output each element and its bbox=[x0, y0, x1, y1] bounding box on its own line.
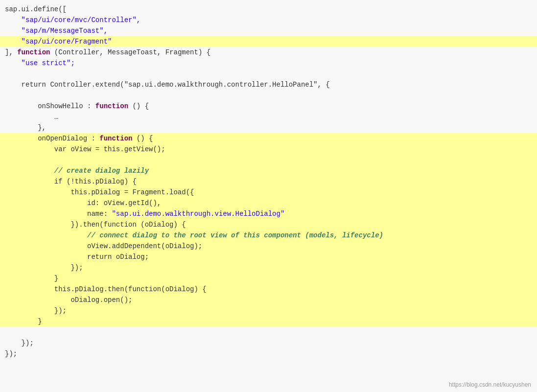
code-token: }); bbox=[5, 307, 67, 315]
code-token: return Controller.extend("sap.ui.demo.wa… bbox=[5, 81, 330, 89]
code-line: oView.addDependent(oDialog); bbox=[0, 241, 537, 252]
code-token: "sap/ui/core/mvc/Controller", bbox=[5, 16, 140, 24]
code-token: if (!this.pDialog) { bbox=[5, 178, 137, 185]
code-line: "sap/m/MessageToast", bbox=[0, 25, 537, 36]
code-lines: sap.ui.define([ "sap/ui/core/mvc/Control… bbox=[0, 4, 537, 359]
code-token: this.pDialog.then(function(oDialog) { bbox=[5, 285, 207, 293]
code-token: (Controller, MessageToast, Fragment) { bbox=[50, 48, 210, 56]
code-token: id: oView.getId(), bbox=[5, 199, 161, 207]
code-line bbox=[0, 327, 537, 338]
code-token: }).then(function (oDialog) { bbox=[5, 221, 186, 229]
code-token: name: bbox=[5, 210, 112, 218]
code-token: function bbox=[99, 135, 132, 142]
code-token: sap.ui.define([ bbox=[5, 5, 67, 13]
code-token: "sap/ui/core/Fragment" bbox=[5, 38, 112, 46]
code-line: this.pDialog.then(function(oDialog) { bbox=[0, 284, 537, 295]
code-line: return Controller.extend("sap.ui.demo.wa… bbox=[0, 79, 537, 90]
code-token: () { bbox=[132, 135, 153, 142]
code-token: }); bbox=[5, 264, 83, 272]
code-token: ], bbox=[5, 48, 17, 56]
code-token bbox=[5, 167, 54, 175]
code-line: }); bbox=[0, 338, 537, 348]
code-token: } bbox=[5, 318, 42, 325]
code-line: if (!this.pDialog) { bbox=[0, 176, 537, 187]
code-token: var oView = this.getView(); bbox=[5, 145, 165, 153]
watermark: https://blog.csdn.net/kucyushen bbox=[449, 381, 531, 388]
code-container: sap.ui.define([ "sap/ui/core/mvc/Control… bbox=[0, 0, 537, 392]
code-token: "sap.ui.demo.walkthrough.view.HelloDialo… bbox=[112, 210, 284, 218]
code-line: // create dialog lazily bbox=[0, 165, 537, 176]
code-line bbox=[0, 90, 537, 101]
code-token: }, bbox=[5, 124, 46, 132]
code-line: sap.ui.define([ bbox=[0, 4, 537, 15]
code-line: ], function (Controller, MessageToast, F… bbox=[0, 47, 537, 58]
code-line: return oDialog; bbox=[0, 252, 537, 262]
code-line: onOpenDialog : function () { bbox=[0, 133, 537, 144]
code-line: }).then(function (oDialog) { bbox=[0, 219, 537, 230]
code-line bbox=[0, 69, 537, 79]
code-token: function bbox=[95, 102, 128, 110]
code-line: this.pDialog = Fragment.load({ bbox=[0, 187, 537, 198]
code-token bbox=[5, 231, 87, 239]
code-line: } bbox=[0, 316, 537, 327]
code-line: } bbox=[0, 273, 537, 284]
code-line: id: oView.getId(), bbox=[0, 198, 537, 208]
code-line: "sap/ui/core/mvc/Controller", bbox=[0, 15, 537, 25]
code-token: this.pDialog = Fragment.load({ bbox=[5, 188, 194, 196]
code-line: onShowHello : function () { bbox=[0, 101, 537, 112]
code-line: }, bbox=[0, 122, 537, 133]
code-token: onOpenDialog : bbox=[5, 135, 99, 142]
code-line: }); bbox=[0, 348, 537, 359]
code-token: }); bbox=[5, 350, 17, 358]
code-line: "sap/ui/core/Fragment" bbox=[0, 36, 537, 47]
code-line: }); bbox=[0, 305, 537, 316]
code-token: "use strict"; bbox=[5, 59, 75, 67]
code-line: name: "sap.ui.demo.walkthrough.view.Hell… bbox=[0, 208, 537, 219]
code-token: function bbox=[17, 48, 50, 56]
code-token: return oDialog; bbox=[5, 253, 149, 261]
code-token: // create dialog lazily bbox=[54, 167, 149, 175]
code-token: }); bbox=[5, 339, 34, 347]
code-line: }); bbox=[0, 262, 537, 273]
code-token: oView.addDependent(oDialog); bbox=[5, 242, 202, 250]
code-line: var oView = this.getView(); bbox=[0, 144, 537, 155]
code-line: "use strict"; bbox=[0, 58, 537, 69]
code-token: "sap/m/MessageToast", bbox=[5, 27, 108, 35]
code-line: oDialog.open(); bbox=[0, 295, 537, 305]
code-line bbox=[0, 155, 537, 165]
code-line: // connect dialog to the root view of th… bbox=[0, 230, 537, 241]
code-token: onShowHello : bbox=[5, 102, 95, 110]
code-token: oDialog.open(); bbox=[5, 296, 132, 304]
code-token: () { bbox=[128, 102, 149, 110]
code-token: // connect dialog to the root view of th… bbox=[87, 231, 383, 239]
code-line: … bbox=[0, 112, 537, 122]
code-token: } bbox=[5, 275, 58, 282]
code-token: … bbox=[5, 113, 58, 121]
